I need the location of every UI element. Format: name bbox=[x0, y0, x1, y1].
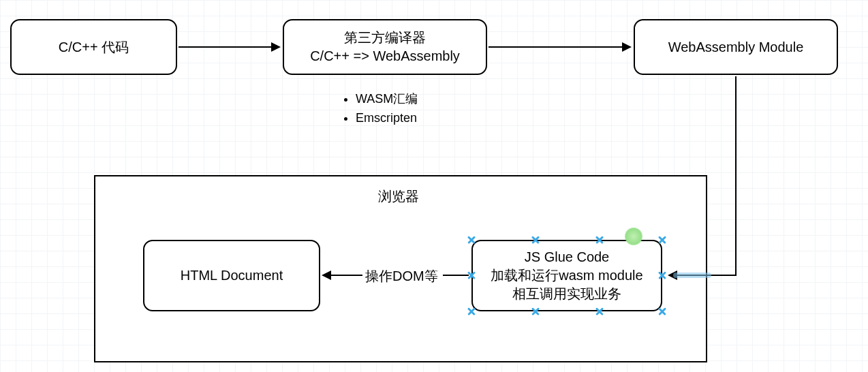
selection-handle-icon[interactable] bbox=[531, 307, 540, 316]
selection-handle-icon[interactable] bbox=[657, 270, 667, 280]
edge-glue-to-html-right bbox=[443, 275, 469, 276]
node-compiler[interactable]: 第三方编译器 C/C++ => WebAssembly bbox=[283, 19, 487, 75]
selection-handle-icon[interactable] bbox=[657, 235, 667, 245]
node-html-document-label: HTML Document bbox=[181, 266, 283, 285]
node-js-glue-line1: JS Glue Code bbox=[525, 248, 610, 266]
arrowhead-icon bbox=[271, 42, 281, 52]
node-compiler-line2: C/C++ => WebAssembly bbox=[310, 47, 460, 65]
selection-handle-icon[interactable] bbox=[657, 307, 667, 316]
edge-source-to-compiler bbox=[179, 46, 273, 48]
bullet-item: Emscripten bbox=[356, 109, 418, 128]
rotate-handle-icon[interactable] bbox=[625, 228, 642, 245]
bullet-item: WASM汇编 bbox=[356, 90, 418, 109]
node-source-code[interactable]: C/C++ 代码 bbox=[10, 19, 177, 75]
edge-endpoint-highlight bbox=[673, 273, 711, 278]
edge-wasm-to-glue-v bbox=[735, 76, 737, 276]
node-source-code-label: C/C++ 代码 bbox=[59, 38, 129, 57]
node-js-glue-line3: 相互调用实现业务 bbox=[512, 285, 621, 303]
node-js-glue-line2: 加载和运行wasm module bbox=[491, 266, 642, 285]
node-html-document[interactable]: HTML Document bbox=[143, 240, 320, 311]
arrowhead-icon bbox=[622, 42, 632, 52]
node-compiler-line1: 第三方编译器 bbox=[344, 29, 426, 47]
edge-label-dom: 操作DOM等 bbox=[362, 267, 441, 285]
selection-handle-icon[interactable] bbox=[467, 235, 476, 245]
selection-handle-icon[interactable] bbox=[531, 235, 540, 245]
edge-glue-to-html-left bbox=[330, 275, 362, 276]
container-browser-title: 浏览器 bbox=[378, 187, 419, 206]
selection-handle-icon[interactable] bbox=[595, 235, 604, 245]
node-js-glue[interactable]: JS Glue Code 加载和运行wasm module 相互调用实现业务 bbox=[471, 240, 662, 311]
compiler-bullets: WASM汇编 Emscripten bbox=[341, 90, 418, 128]
selection-handle-icon[interactable] bbox=[467, 307, 476, 316]
edge-compiler-to-wasm bbox=[489, 46, 623, 48]
node-wasm-module-label: WebAssembly Module bbox=[668, 38, 804, 57]
selection-handle-icon[interactable] bbox=[595, 307, 604, 316]
arrowhead-icon bbox=[322, 270, 331, 280]
node-wasm-module[interactable]: WebAssembly Module bbox=[634, 19, 838, 75]
